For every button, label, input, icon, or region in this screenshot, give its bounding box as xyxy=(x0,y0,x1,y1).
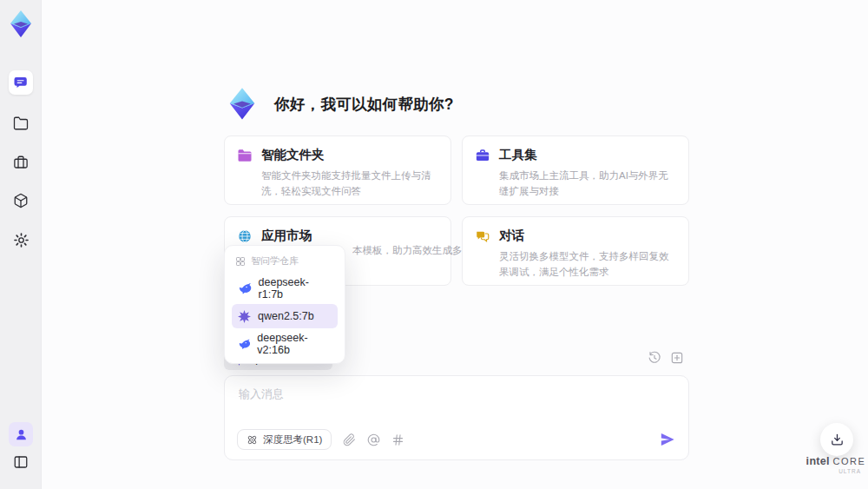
sidebar-item-panel-toggle[interactable] xyxy=(9,450,33,474)
card-description-fragment: 本模板，助力高效生成多 xyxy=(352,244,463,257)
download-icon xyxy=(830,433,845,447)
card-title: 应用市场 xyxy=(261,228,312,244)
user-icon xyxy=(14,427,29,442)
sidebar-item-toolbox[interactable] xyxy=(9,150,33,175)
model-dropdown-header: 智问学仓库 xyxy=(232,253,338,273)
chat-topbar-actions xyxy=(648,351,684,365)
sidebar-item-chat[interactable] xyxy=(9,70,33,95)
download-button[interactable] xyxy=(820,423,853,456)
plus-square-icon[interactable] xyxy=(670,351,684,365)
greeting-title: 你好，我可以如何帮助你? xyxy=(274,94,454,115)
at-sign-icon[interactable] xyxy=(367,433,380,446)
gear-icon xyxy=(13,232,30,248)
sidebar-item-settings[interactable] xyxy=(9,228,33,252)
deep-think-toggle[interactable]: 深度思考(R1) xyxy=(237,429,332,450)
cube-icon xyxy=(13,193,29,208)
app-logo-icon xyxy=(5,7,36,42)
model-option-deepseek-v2[interactable]: deepseek-v2:16b xyxy=(232,332,338,356)
card-title: 智能文件夹 xyxy=(261,147,325,163)
attachment-icon[interactable] xyxy=(343,433,356,446)
app-logo xyxy=(5,7,36,42)
greeting-logo-icon xyxy=(224,85,260,123)
message-input[interactable] xyxy=(239,387,673,421)
model-option-qwen[interactable]: qwen2.5:7b xyxy=(232,304,338,328)
briefcase-icon xyxy=(13,155,29,170)
model-dropdown: 智问学仓库 deepseek-r1:7b qwen2.5:7b deepseek… xyxy=(224,245,345,364)
model-dropdown-header-label: 智问学仓库 xyxy=(251,254,299,268)
card-description: 集成市场上主流工具，助力AI与外界无缝扩展与对接 xyxy=(475,169,676,200)
chat-bubble-icon xyxy=(13,75,29,90)
deepseek-whale-icon xyxy=(238,337,250,351)
send-icon[interactable] xyxy=(659,431,676,448)
card-title: 对话 xyxy=(499,228,524,244)
message-composer: 深度思考(R1) xyxy=(224,375,689,460)
briefcase-indigo-icon xyxy=(475,148,490,163)
folder-icon xyxy=(13,116,29,131)
deep-think-label: 深度思考(R1) xyxy=(263,433,322,446)
history-icon[interactable] xyxy=(648,351,661,365)
card-title: 工具集 xyxy=(499,147,537,163)
card-smart-folder[interactable]: 智能文件夹 智能文件夹功能支持批量文件上传与清洗，轻松实现文件问答 xyxy=(224,135,451,205)
deepseek-whale-icon xyxy=(238,281,252,295)
card-description: 智能文件夹功能支持批量文件上传与清洗，轻松实现文件问答 xyxy=(237,169,438,200)
sidebar-item-profile[interactable] xyxy=(9,422,33,446)
greeting-row: 你好，我可以如何帮助你? xyxy=(224,85,454,123)
card-conversation[interactable]: 对话 灵活切换多模型文件，支持多样回复效果调试，满足个性化需求 xyxy=(462,216,689,286)
core-logo-text: core xyxy=(833,456,866,466)
model-option-label: qwen2.5:7b xyxy=(258,310,314,322)
sidebar-item-apps[interactable] xyxy=(9,188,33,213)
card-description: 灵活切换多模型文件，支持多样回复效果调试，满足个性化需求 xyxy=(475,249,676,281)
qwen-logo-icon xyxy=(238,310,251,323)
panel-icon xyxy=(13,454,29,470)
intel-logo-text: intel xyxy=(806,455,830,467)
globe-teal-icon xyxy=(237,228,253,244)
model-option-label: deepseek-r1:7b xyxy=(259,276,332,301)
sidebar-item-folders[interactable] xyxy=(9,111,33,135)
intel-core-badge: intel core ultra xyxy=(806,455,866,474)
hash-icon[interactable] xyxy=(391,433,404,446)
card-toolset[interactable]: 工具集 集成市场上主流工具，助力AI与外界无缝扩展与对接 xyxy=(462,135,689,205)
chat-gold-icon xyxy=(475,228,490,244)
repo-icon xyxy=(235,256,246,267)
folder-purple-icon xyxy=(237,148,253,163)
sidebar xyxy=(0,0,42,489)
model-option-label: deepseek-v2:16b xyxy=(257,332,332,356)
atom-icon xyxy=(247,434,258,446)
app-window: 你好，我可以如何帮助你? 智能文件夹 智能文件夹功能支持批量文件上传与清洗，轻松… xyxy=(0,0,868,489)
intel-edition-text: ultra xyxy=(806,468,866,474)
composer-toolbar: 深度思考(R1) xyxy=(237,429,676,450)
model-option-deepseek-r1[interactable]: deepseek-r1:7b xyxy=(232,276,338,301)
